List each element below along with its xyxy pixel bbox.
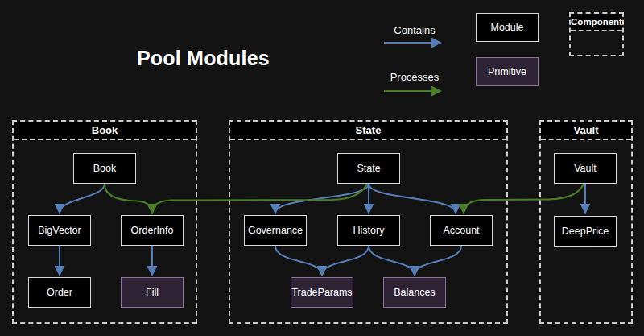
node-tradeparams: TradeParams	[291, 277, 353, 308]
legend-contains-label: Contains	[384, 24, 445, 36]
node-balances: Balances	[383, 277, 446, 308]
node-tradeparams-label: TradeParams	[291, 287, 352, 298]
node-bigvector: BigVector	[28, 215, 91, 246]
node-orderinfo: OrderInfo	[121, 215, 184, 246]
node-account: Account	[430, 215, 493, 246]
node-history-label: History	[353, 225, 385, 236]
node-governance: Governance	[244, 215, 307, 246]
legend-component-label: Component	[571, 14, 622, 31]
node-account-label: Account	[443, 225, 479, 236]
node-fill-label: Fill	[146, 287, 159, 298]
container-book-title: Book	[14, 122, 196, 140]
node-deepprice: DeepPrice	[554, 216, 617, 247]
node-state: State	[337, 153, 400, 184]
node-order: Order	[28, 277, 91, 308]
legend-component-box: Component	[569, 12, 624, 56]
node-fill: Fill	[121, 277, 184, 308]
legend-primitive-box: Primitive	[476, 57, 539, 86]
node-vault: Vault	[554, 153, 617, 184]
node-vault-label: Vault	[574, 163, 597, 174]
container-state-title: State	[230, 122, 506, 140]
node-state-label: State	[357, 163, 380, 174]
legend-module-box: Module	[476, 13, 539, 42]
node-bigvector-label: BigVector	[38, 225, 81, 236]
legend-processes-label: Processes	[384, 71, 445, 83]
page-title: Pool Modules	[137, 47, 270, 70]
node-history: History	[337, 215, 400, 246]
node-book: Book	[73, 153, 136, 184]
node-deepprice-label: DeepPrice	[562, 226, 609, 237]
container-vault-title: Vault	[541, 122, 631, 140]
pool-modules-diagram: Pool Modules Contains Processes Module P…	[0, 0, 644, 336]
node-governance-label: Governance	[248, 225, 303, 236]
node-orderinfo-label: OrderInfo	[131, 225, 174, 236]
legend-module-label: Module	[491, 22, 524, 33]
node-balances-label: Balances	[394, 287, 435, 298]
node-order-label: Order	[47, 287, 72, 298]
node-book-label: Book	[93, 163, 117, 174]
legend-primitive-label: Primitive	[488, 66, 526, 77]
